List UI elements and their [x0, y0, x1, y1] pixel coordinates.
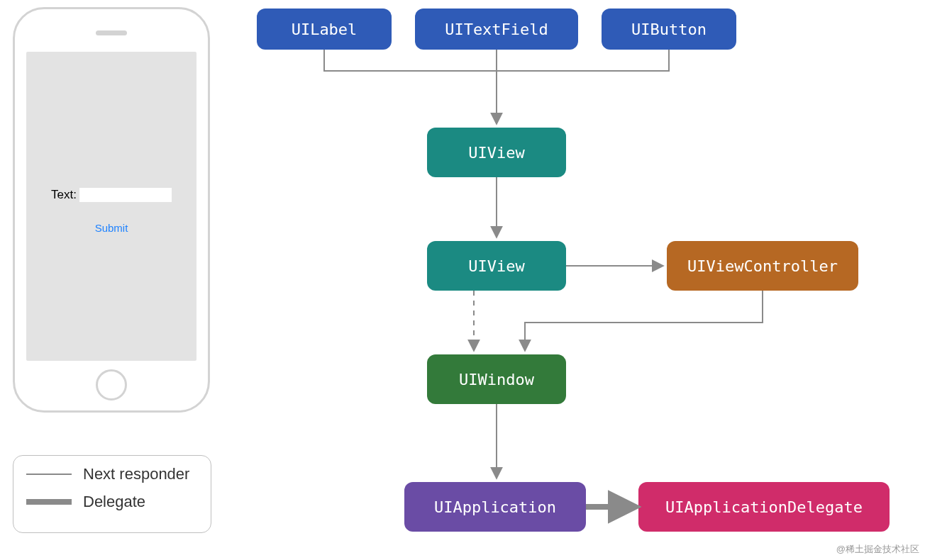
legend-delegate: Delegate [26, 493, 198, 511]
legend-next-responder: Next responder [26, 466, 198, 483]
legend-next-responder-label: Next responder [83, 465, 189, 483]
legend: Next responder Delegate [13, 455, 211, 533]
phone-speaker [96, 30, 127, 35]
watermark: @稀土掘金技术社区 [836, 543, 919, 556]
node-uilabel: UILabel [257, 9, 392, 50]
node-uiviewcontroller: UIViewController [667, 241, 858, 291]
node-uibutton: UIButton [602, 9, 736, 50]
submit-button: Submit [26, 222, 196, 234]
phone-screen: Text: Submit [26, 52, 196, 361]
form-row: Text: [26, 188, 196, 202]
line-thin-icon [26, 474, 72, 475]
line-thick-icon [26, 499, 72, 505]
node-uiapplicationdelegate: UIApplicationDelegate [638, 482, 890, 532]
home-button-icon [96, 369, 127, 401]
node-uiapplication: UIApplication [404, 482, 586, 532]
phone-mockup: Text: Submit [13, 7, 210, 413]
text-field [79, 188, 172, 202]
node-uiview-2: UIView [427, 241, 566, 291]
text-label: Text: [51, 188, 77, 202]
node-uitextfield: UITextField [415, 9, 578, 50]
node-uiview-1: UIView [427, 128, 566, 177]
node-uiwindow: UIWindow [427, 354, 566, 404]
legend-delegate-label: Delegate [83, 493, 145, 511]
